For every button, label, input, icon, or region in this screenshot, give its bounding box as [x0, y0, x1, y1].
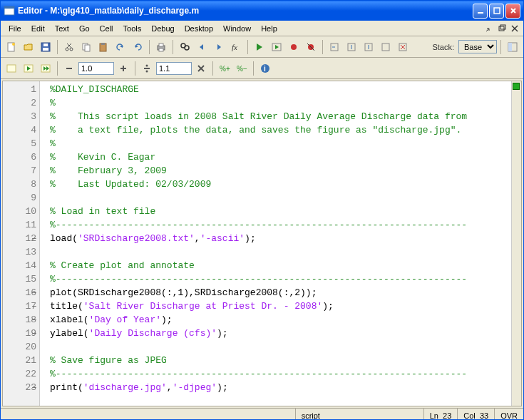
- run-section-icon[interactable]: [269, 39, 284, 55]
- titlebar[interactable]: Editor - M:\glg410_matlab\daily_discharg…: [1, 1, 523, 21]
- minimize-button[interactable]: [473, 4, 488, 19]
- gutter-line[interactable]: 23–: [3, 381, 39, 394]
- gutter-line[interactable]: 19–: [3, 327, 39, 340]
- code-line[interactable]: % Save figure as JPEG: [50, 354, 511, 367]
- menu-window[interactable]: Window: [218, 23, 256, 34]
- code-line[interactable]: % This script loads in 2008 Salt River D…: [50, 110, 511, 123]
- gutter-line[interactable]: 6: [3, 150, 39, 164]
- decrement-icon[interactable]: [61, 61, 77, 76]
- menu-edit[interactable]: Edit: [26, 23, 50, 34]
- open-file-icon[interactable]: [21, 39, 36, 55]
- cell-run-advance-icon[interactable]: [38, 61, 53, 76]
- stack-select[interactable]: Base: [458, 40, 497, 53]
- gutter[interactable]: 123456789101112–13141516–17–18–19–202122…: [3, 81, 40, 406]
- code-line[interactable]: % February 3, 2009: [50, 164, 511, 178]
- code-line[interactable]: print('discharge.jpg','-djpeg');: [50, 381, 511, 394]
- paste-icon[interactable]: [96, 39, 111, 55]
- find-icon[interactable]: [177, 39, 192, 55]
- gutter-line[interactable]: 11: [3, 218, 39, 232]
- gutter-line[interactable]: 14: [3, 259, 39, 272]
- code-line[interactable]: [50, 340, 511, 354]
- clear-breakpoint-icon[interactable]: [303, 39, 319, 55]
- divide-icon[interactable]: [139, 61, 155, 76]
- increment-icon[interactable]: [115, 61, 131, 76]
- gutter-line[interactable]: 17–: [3, 299, 39, 313]
- run-icon[interactable]: [252, 39, 267, 55]
- code-line[interactable]: %---------------------------------------…: [50, 272, 511, 286]
- menu-cell[interactable]: Cell: [95, 23, 118, 34]
- menu-debug[interactable]: Debug: [146, 23, 179, 34]
- code-line[interactable]: [50, 191, 511, 205]
- undo-icon[interactable]: [113, 39, 128, 55]
- gutter-line[interactable]: 5: [3, 137, 39, 150]
- code-line[interactable]: %: [50, 96, 511, 110]
- breakpoint-icon[interactable]: [286, 39, 302, 55]
- code-line[interactable]: %---------------------------------------…: [50, 218, 511, 232]
- print-icon[interactable]: [153, 39, 169, 55]
- gutter-line[interactable]: 4: [3, 123, 39, 137]
- menu-desktop[interactable]: Desktop: [180, 23, 218, 34]
- close-tab-icon[interactable]: [509, 23, 520, 34]
- cell-run-icon[interactable]: [21, 61, 36, 76]
- gutter-line[interactable]: 15: [3, 272, 39, 286]
- gutter-line[interactable]: 21: [3, 354, 39, 367]
- code-line[interactable]: load('SRDischarge2008.txt','-ascii');: [50, 232, 511, 245]
- menu-text[interactable]: Text: [50, 23, 74, 34]
- cell-highlight-icon[interactable]: [4, 61, 19, 76]
- percent-minus-icon[interactable]: %−: [234, 61, 250, 76]
- gutter-line[interactable]: 13: [3, 245, 39, 259]
- multiply-icon[interactable]: [193, 61, 209, 76]
- code-line[interactable]: %DAILY_DISCHARGE: [50, 83, 511, 96]
- gutter-line[interactable]: 1: [3, 83, 39, 96]
- gutter-line[interactable]: 8: [3, 178, 39, 191]
- code-line[interactable]: ylabel('Daily Discharge (cfs)');: [50, 327, 511, 340]
- code-line[interactable]: [50, 245, 511, 259]
- copy-icon[interactable]: [78, 39, 94, 55]
- cut-icon[interactable]: [61, 39, 77, 55]
- code-line[interactable]: % Load in text file: [50, 205, 511, 218]
- continue-icon[interactable]: [378, 39, 394, 55]
- code-area[interactable]: %DAILY_DISCHARGE%% This script loads in …: [40, 81, 511, 406]
- gutter-line[interactable]: 18–: [3, 313, 39, 327]
- gutter-line[interactable]: 2: [3, 96, 39, 110]
- function-icon[interactable]: fx: [228, 39, 244, 55]
- gutter-line[interactable]: 9: [3, 191, 39, 205]
- dock-pane-icon[interactable]: [505, 39, 520, 55]
- menu-tools[interactable]: Tools: [118, 23, 147, 34]
- code-line[interactable]: xlabel('Day of Year');: [50, 313, 511, 327]
- menu-help[interactable]: Help: [256, 23, 282, 34]
- zoom1-input[interactable]: [78, 62, 114, 75]
- gutter-line[interactable]: 12–: [3, 232, 39, 245]
- code-line[interactable]: plot(SRDischarge2008(:,1),SRDischarge200…: [50, 286, 511, 299]
- gutter-line[interactable]: 16–: [3, 286, 39, 299]
- code-line[interactable]: title('Salt River Discharge at Priest Dr…: [50, 299, 511, 313]
- code-line[interactable]: % Kevin C. Eagar: [50, 150, 511, 164]
- code-line[interactable]: %---------------------------------------…: [50, 367, 511, 381]
- zoom2-input[interactable]: [156, 62, 192, 75]
- maximize-button[interactable]: [489, 4, 504, 19]
- redo-icon[interactable]: [130, 39, 145, 55]
- code-line[interactable]: %: [50, 137, 511, 150]
- back-icon[interactable]: [194, 39, 210, 55]
- gutter-line[interactable]: 10: [3, 205, 39, 218]
- restore-icon[interactable]: [496, 23, 508, 34]
- forward-icon[interactable]: [211, 39, 227, 55]
- code-line[interactable]: % Create plot and annotate: [50, 259, 511, 272]
- step-out-icon[interactable]: [361, 39, 376, 55]
- code-health-strip[interactable]: [511, 81, 521, 406]
- gutter-line[interactable]: 22: [3, 367, 39, 381]
- exit-debug-icon[interactable]: [395, 39, 411, 55]
- code-line[interactable]: % Last Updated: 02/03/2009: [50, 178, 511, 191]
- new-file-icon[interactable]: [4, 39, 19, 55]
- step-in-icon[interactable]: [344, 39, 359, 55]
- menu-go[interactable]: Go: [74, 23, 95, 34]
- step-icon[interactable]: [327, 39, 342, 55]
- menu-file[interactable]: File: [4, 23, 26, 34]
- dock-icon[interactable]: [483, 23, 495, 34]
- close-button[interactable]: [505, 4, 520, 19]
- percent-plus-icon[interactable]: %+: [217, 61, 232, 76]
- gutter-line[interactable]: 3: [3, 110, 39, 123]
- gutter-line[interactable]: 7: [3, 164, 39, 178]
- info-icon[interactable]: i: [257, 61, 273, 76]
- code-line[interactable]: % a text file, plots the data, and saves…: [50, 123, 511, 137]
